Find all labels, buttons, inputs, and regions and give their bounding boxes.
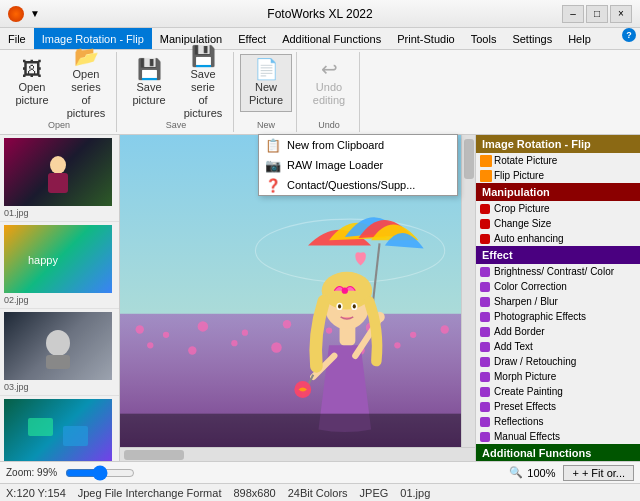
thumb-svg-2: happy [18, 234, 98, 284]
photographic-dot [480, 312, 490, 322]
dropdown-raw-image-loader[interactable]: 📷 RAW Image Loader [259, 155, 457, 175]
svg-point-23 [231, 340, 237, 346]
reflections-dot [480, 417, 490, 427]
minimize-button[interactable]: – [562, 5, 584, 23]
save-picture-button[interactable]: 💾 Savepicture [123, 54, 175, 112]
svg-rect-5 [46, 355, 70, 369]
rotate-dot [480, 155, 492, 167]
undo-icon: ↩ [321, 59, 338, 79]
svg-text:happy: happy [28, 254, 58, 266]
fit-icon: + [572, 467, 578, 479]
thumb-image-3 [4, 312, 112, 380]
thumbnail-panel: 01.jpg happy 02.jpg 03.jpg [0, 135, 120, 461]
toolbar: 🖼 Openpicture 📂 Open seriesof pictures O… [0, 50, 640, 135]
open-picture-button[interactable]: 🖼 Openpicture [6, 54, 58, 112]
thumb-image-1 [4, 138, 112, 206]
horizontal-scrollbar[interactable] [120, 447, 475, 461]
menu-effect[interactable]: Effect [230, 28, 274, 49]
vertical-scrollbar[interactable] [461, 135, 475, 447]
panel-brightness-contrast[interactable]: Brightness/ Contrast/ Color [476, 264, 640, 279]
save-group-label: Save [166, 120, 187, 130]
clipboard-icon: 📋 [265, 138, 281, 153]
panel-create-painting[interactable]: Create Painting [476, 384, 640, 399]
panel-morph-picture[interactable]: Morph Picture [476, 369, 640, 384]
menu-tools[interactable]: Tools [463, 28, 505, 49]
save-serie-icon: 💾 [191, 46, 216, 66]
new-group-label: New [257, 120, 275, 130]
zoom-slider[interactable] [65, 469, 135, 477]
panel-auto-enhancing[interactable]: Auto enhancing [476, 231, 640, 246]
preset-dot [480, 402, 490, 412]
menu-help[interactable]: Help [560, 28, 599, 49]
app-icon [8, 6, 24, 22]
auto-enhancing-dot [480, 234, 490, 244]
close-button[interactable]: × [610, 5, 632, 23]
thumb-item-4[interactable]: 04.jpg [0, 396, 119, 461]
panel-crop-picture[interactable]: Crop Picture [476, 201, 640, 216]
svg-point-19 [410, 332, 416, 338]
toolbar-group-save: 💾 Savepicture 💾 Save serieof pictures Sa… [119, 52, 234, 132]
toolbar-group-undo: ↩ Undoediting Undo [299, 52, 360, 132]
bottom-bar: Zoom: 99% 🔍 🔍 100% 100% + + Fit or... [0, 461, 640, 483]
change-size-dot [480, 219, 490, 229]
dropdown-contact-questions[interactable]: ❓ Contact/Questions/Supp... [259, 175, 457, 195]
undo-editing-button[interactable]: ↩ Undoediting [303, 54, 355, 112]
menu-print-studio[interactable]: Print-Studio [389, 28, 462, 49]
svg-point-40 [342, 287, 348, 293]
menu-additional[interactable]: Additional Functions [274, 28, 389, 49]
fit-button[interactable]: + + Fit or... [563, 465, 634, 481]
help-badge[interactable]: ? [622, 28, 636, 42]
panel-manual-effects[interactable]: Manual Effects [476, 429, 640, 444]
panel-rotate-picture[interactable]: Rotate Picture [476, 153, 640, 168]
undo-group-label: Undo [318, 120, 340, 130]
panel-photographic-effects[interactable]: Photographic Effects [476, 309, 640, 324]
crop-dot [480, 204, 490, 214]
maximize-button[interactable]: □ [586, 5, 608, 23]
sharpen-dot [480, 297, 490, 307]
raw-icon: 📷 [265, 158, 281, 173]
save-serie-button[interactable]: 💾 Save serieof pictures [177, 54, 229, 112]
fit-label: + Fit or... [582, 467, 625, 479]
zoom-label: Zoom: 99% [6, 467, 57, 478]
svg-point-24 [271, 342, 282, 353]
open-series-button[interactable]: 📂 Open seriesof pictures [60, 54, 112, 112]
svg-point-12 [136, 325, 144, 333]
thumb-item-3[interactable]: 03.jpg [0, 309, 119, 396]
thumb-svg-1 [18, 147, 98, 197]
title-bar-left: ▼ [8, 6, 40, 22]
panel-reflections[interactable]: Reflections [476, 414, 640, 429]
panel-color-correction[interactable]: Color Correction [476, 279, 640, 294]
svg-point-38 [338, 304, 341, 308]
minimize-quick-btn[interactable]: ▼ [30, 8, 40, 19]
border-dot [480, 327, 490, 337]
panel-header-additional: Additional Functions [476, 444, 640, 461]
svg-point-16 [283, 320, 291, 328]
panel-add-text[interactable]: Add Text [476, 339, 640, 354]
panel-preset-effects[interactable]: Preset Effects [476, 399, 640, 414]
dropdown-new-from-clipboard[interactable]: 📋 New from Clipboard [259, 135, 457, 155]
panel-change-size[interactable]: Change Size [476, 216, 640, 231]
thumb-item-2[interactable]: happy 02.jpg [0, 222, 119, 309]
panel-draw-retouching[interactable]: Draw / Retouching [476, 354, 640, 369]
panel-sharpen-blur[interactable]: Sharpen / Blur [476, 294, 640, 309]
thumb-item-1[interactable]: 01.jpg [0, 135, 119, 222]
status-bar: X:120 Y:154 Jpeg File Interchange Format… [0, 483, 640, 501]
svg-point-17 [326, 327, 332, 333]
horizontal-scroll-thumb[interactable] [124, 450, 184, 460]
panel-flip-picture[interactable]: Flip Picture [476, 168, 640, 183]
vertical-scroll-thumb[interactable] [464, 139, 474, 179]
new-dropdown-menu: 📋 New from Clipboard 📷 RAW Image Loader … [258, 134, 458, 196]
svg-point-15 [242, 330, 248, 336]
format-display: Jpeg File Interchange Format [78, 487, 222, 499]
svg-point-39 [353, 304, 356, 308]
color-correction-dot [480, 282, 490, 292]
new-picture-icon: 📄 [254, 59, 279, 79]
svg-point-22 [188, 346, 196, 354]
menu-settings[interactable]: Settings [504, 28, 560, 49]
text-dot [480, 342, 490, 352]
menu-file[interactable]: File [0, 28, 34, 49]
toolbar-group-open: 🖼 Openpicture 📂 Open seriesof pictures O… [2, 52, 117, 132]
zoom-100: 🔍 🔍 100% 100% [509, 466, 555, 479]
panel-add-border[interactable]: Add Border [476, 324, 640, 339]
new-picture-button[interactable]: 📄 NewPicture [240, 54, 292, 112]
